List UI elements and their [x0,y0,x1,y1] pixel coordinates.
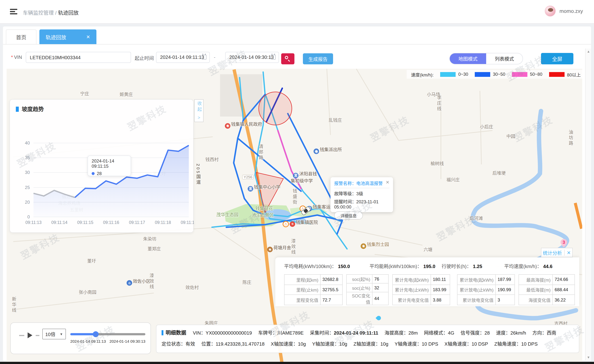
map-canvas[interactable]: 宁庄姬黄庄王大圩宿迁市孙海忠养鸡场五里树钱西村清郎路乱钱庄小马场李庄线小后庄中园… [7,69,582,364]
map-label: ★钱集镇人民政府 [225,121,262,129]
chevron-right-icon: > [198,115,200,120]
speed-legend: 速度(km/h): 0~3030~5050~8080以上 [407,70,582,79]
playback-slider-handle[interactable] [93,331,99,337]
home-poi-icon: ⌂ [127,280,132,286]
start-time-input[interactable]: 2024-01-14 09:11:13 [156,52,210,63]
stat-key: 累计放电(止kWh) [457,285,496,295]
breadcrumb-current: 轨迹回放 [58,10,79,16]
map-label: 漆效线 [290,239,296,255]
stat-key: 里程(起km) [284,274,320,285]
detail-field: X轴角速度：10 DSP [444,340,488,347]
map-label: 集初级中学 [291,177,313,184]
playback-panel: 10倍 ▼ 2024-01-14 09:11:13 2024-01-14 09:… [10,323,151,354]
step-forward-button[interactable] [36,335,39,336]
detail-field: 速度：26km/h [496,329,526,336]
stats-metrics-row: 平均电耗(kWh/100km)：150.0平均能耗(kWh/100km)：195… [284,263,572,270]
play-button[interactable] [27,332,32,338]
stat-value: 44 [372,292,388,305]
playback-start-time: 2024-01-14 09:11:13 [70,339,106,344]
map-mode-button[interactable]: 地图模式 [450,53,486,64]
alarm-detail-button[interactable]: 详细信息 [334,212,363,219]
map-label: ●荷塘月舍 [267,244,291,252]
detail-field: Z轴角速度：10 DPS [494,340,538,347]
calendar-icon[interactable] [271,55,276,60]
list-mode-button[interactable]: 列表模式 [486,53,523,64]
map-label: 钱集荷花 [255,205,273,211]
detail-field: Y轴加速度：10g [312,340,347,347]
map-label: 钱盛街 [291,189,298,205]
calendar-icon[interactable] [202,55,206,60]
map-label: 董郑庄 [148,245,161,251]
alarm-marker-icon[interactable]: ⚠ [283,221,289,227]
tab-bar: 首页 轨迹回放 ✕ [3,29,591,45]
vin-input[interactable] [26,52,131,63]
stat-key: 累计放电(起kWh) [457,274,496,285]
star-poi-icon: ★ [225,123,230,129]
search-button[interactable] [281,53,294,64]
popup-close-icon[interactable]: ✕ [386,180,389,185]
stat-key: SOC变化值 [346,292,372,305]
svg-text:30: 30 [25,170,30,175]
time-range-label: 起止时间 [135,54,154,61]
tab-track-playback[interactable]: 轨迹回放 ✕ [39,29,96,44]
stat-value: 187.99 [496,274,515,285]
map-label: 油坊路 [567,130,574,146]
stat-key: 最高海拔(m) [519,274,553,285]
playback-slider[interactable] [70,333,145,335]
legend-range-label: 50~80 [530,72,542,77]
playback-end-time: 2024-01-14 09:30:13 [109,339,145,344]
inn-poi-icon: ● [267,247,273,252]
stat-key: 最低海拔(m) [519,285,553,295]
collapse-chart-button[interactable]: 收起 > [194,99,203,122]
generate-report-button[interactable]: 生成报告 [303,53,333,64]
map-label: 六塘 [424,246,432,252]
breadcrumb-parent[interactable]: 车辆监控管理 [23,10,54,16]
playback-speed-select[interactable]: 10倍 ▼ [42,329,66,339]
filter-row: *VIN 起止时间 2024-01-14 09:11:13 - 2024-01-… [3,49,591,66]
tab-home[interactable]: 首页 [6,29,36,44]
stat-table: 累计充电(起kWh)180.11累计充电(止kWh)183.99累计充电变化值3… [392,274,450,305]
police-poi-icon: ◆ [314,149,319,154]
stat-key: 累计充电(止kWh) [392,285,431,295]
scroll-down-icon[interactable]: ▼ [586,354,591,360]
svg-text:35: 35 [25,155,30,160]
stat-value: 32755.5 [320,285,343,295]
avatar[interactable] [545,6,556,17]
stat-key: 累计充电(起kWh) [392,274,431,285]
map-label: 池生态景区 [252,212,274,218]
end-time-input[interactable]: 2024-01-14 09:30:13 [225,52,279,63]
stats-close-icon[interactable]: ✕ [567,250,571,255]
stats-analysis-tab[interactable]: 统计分析 ✕ [541,248,573,257]
map-label: 福兴庄 [446,176,460,182]
user-menu[interactable]: momo.zxy [545,6,583,17]
stat-metric: 平均速度(km/h)：44.6 [504,263,552,270]
fullscreen-button[interactable]: 全屏 [541,53,574,64]
scroll-up-icon[interactable]: ▲ [586,48,591,54]
detail-field: 采集时间：2024-01-24 09:11:11 [310,329,378,336]
mem-poi-icon: ★ [361,243,366,249]
stat-value: 76 [372,274,388,283]
sidebar-toggle-icon[interactable] [10,9,17,15]
school-poi-icon: 文 [248,186,253,192]
detail-field: X轴加速度：10g [271,340,306,347]
map-label: 李庄线 [436,95,442,112]
geofence-circle [259,92,292,125]
step-back-button[interactable] [19,335,24,336]
stat-key: 里程变化值 [284,295,320,305]
stat-metric: 平均电耗(kWh/100km)：150.0 [284,263,370,270]
slope-chart-panel: 坡度趋势 0202530354009:11:1309:11:1409:11:15… [10,99,194,233]
map-label: 效佐村 [185,284,199,290]
detail-field: 车牌号：川AME789E [258,329,304,336]
map-label: 小后庄 [480,123,493,129]
vin-label: VIN [14,54,22,60]
stat-key: 里程(止km) [284,285,320,295]
map-label: 清郎路 [258,144,264,161]
scrollbar[interactable]: ▲ ▼ [585,48,591,360]
detail-field: 定位状态：有效 [162,340,195,347]
stat-table: 里程(起km)32682.8里程(止km)32755.5里程变化值72.7 [284,274,343,305]
svg-text:09:11:15: 09:11:15 [77,220,93,225]
alarm-popup: 报警名称：电池高温报警 ✕ 故障等级：3级 提醒时间：2023-11-01 05… [331,177,393,212]
tab-close-icon[interactable]: ✕ [86,34,90,40]
stat-key: 累计放电变化值 [457,295,496,305]
stat-metric: 平均能耗(kWh/100km)：195.0 [370,263,442,270]
